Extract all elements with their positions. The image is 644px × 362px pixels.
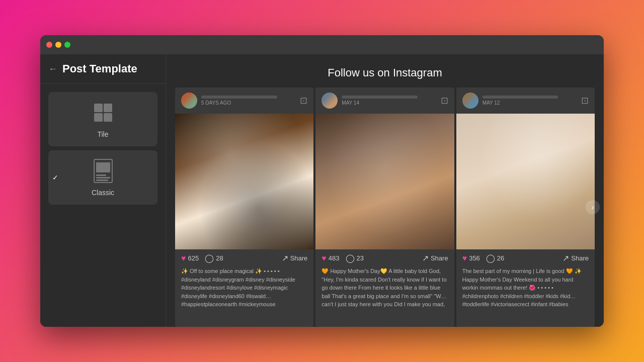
svg-rect-8	[96, 179, 108, 181]
heart-icon-1[interactable]: ♥	[181, 254, 186, 263]
tile-icon	[91, 100, 116, 125]
next-arrow[interactable]: ›	[586, 200, 600, 214]
close-button[interactable]	[46, 42, 52, 48]
comment-icon-1[interactable]: ◯	[205, 253, 214, 263]
svg-rect-3	[104, 113, 112, 122]
comments-group-2: ◯ 23	[346, 253, 364, 263]
back-button[interactable]: ←	[48, 64, 57, 74]
comments-group-3: ◯ 26	[486, 253, 504, 263]
instagram-icon-2: ⊡	[441, 95, 448, 106]
post-meta-3: MAY 12	[482, 96, 577, 106]
svg-rect-2	[94, 113, 103, 122]
post-caption-1: ✨ Off to some place magical ✨ • • • • • …	[175, 267, 313, 327]
svg-rect-1	[104, 104, 112, 112]
likes-count-3: 356	[469, 254, 480, 262]
comments-count-2: 23	[357, 254, 364, 262]
post-actions-1: ♥ 625 ◯ 28 ↗ Share	[175, 249, 313, 267]
svg-rect-7	[96, 177, 110, 178]
instagram-icon-3: ⊡	[581, 95, 589, 106]
traffic-lights	[46, 42, 70, 48]
share-label-3[interactable]: Share	[571, 254, 589, 262]
share-icon-1[interactable]: ↗	[282, 253, 288, 263]
post-header-2: MAY 14 ⊡	[315, 87, 454, 114]
likes-group-2: ♥ 483	[321, 254, 339, 263]
post-image-3	[456, 114, 595, 249]
share-label-2[interactable]: Share	[431, 254, 448, 262]
sidebar-options: Tile Classic	[40, 84, 166, 213]
share-icon-3[interactable]: ↗	[562, 253, 569, 263]
comments-count-3: 26	[497, 254, 504, 262]
share-label-1[interactable]: Share	[290, 254, 308, 262]
comment-icon-2[interactable]: ◯	[346, 253, 355, 263]
main-content: Follow us on Instagram 5 DAYS AGO ⊡	[166, 54, 604, 327]
avatar-3	[462, 93, 478, 109]
svg-rect-5	[96, 162, 110, 172]
template-option-classic[interactable]: Classic	[48, 150, 157, 205]
heart-icon-3[interactable]: ♥	[462, 254, 467, 263]
sidebar: ← Post Template Tile	[40, 54, 166, 327]
app-window: ← Post Template Tile	[40, 35, 604, 327]
post-date-2: MAY 14	[342, 100, 436, 106]
avatar-1	[181, 93, 197, 109]
sidebar-header: ← Post Template	[40, 54, 166, 84]
classic-icon	[91, 158, 116, 184]
share-group-3: ↗ Share	[562, 253, 589, 263]
comments-group-1: ◯ 28	[205, 253, 223, 263]
likes-count-2: 483	[329, 254, 340, 262]
username-bar-3	[482, 96, 558, 99]
post-actions-3: ♥ 356 ◯ 26 ↗ Share	[456, 249, 595, 267]
template-option-tile[interactable]: Tile	[48, 92, 157, 146]
svg-rect-0	[94, 104, 103, 112]
username-bar-2	[342, 96, 418, 99]
post-actions-2: ♥ 483 ◯ 23 ↗ Share	[315, 249, 454, 267]
post-meta-2: MAY 14	[342, 96, 436, 106]
post-date-3: MAY 12	[482, 100, 577, 106]
post-caption-2: 🧡 Happy Mother's Day💛 A little baby told…	[315, 267, 454, 327]
instagram-icon-1: ⊡	[300, 95, 307, 106]
share-group-1: ↗ Share	[282, 253, 308, 263]
window-body: ← Post Template Tile	[40, 54, 604, 327]
likes-group-1: ♥ 625	[181, 254, 199, 263]
share-icon-2[interactable]: ↗	[422, 253, 429, 263]
classic-label: Classic	[92, 189, 114, 197]
maximize-button[interactable]	[64, 42, 70, 48]
comment-icon-3[interactable]: ◯	[486, 253, 495, 263]
post-card-2: MAY 14 ⊡ ♥ 483 ◯ 23	[315, 87, 454, 327]
sidebar-title: Post Template	[62, 62, 137, 75]
comments-count-1: 28	[216, 254, 223, 262]
post-meta-1: 5 DAYS AGO	[201, 96, 296, 106]
svg-rect-6	[96, 174, 106, 176]
post-header-3: MAY 12 ⊡	[456, 87, 595, 114]
minimize-button[interactable]	[55, 42, 61, 48]
heart-icon-2[interactable]: ♥	[321, 254, 327, 263]
post-card-3: MAY 12 ⊡ ♥ 356 ◯ 26	[456, 87, 595, 327]
likes-group-3: ♥ 356	[462, 254, 480, 263]
username-bar-1	[201, 96, 277, 99]
avatar-2	[321, 93, 338, 109]
posts-container: 5 DAYS AGO ⊡ ♥ 625 ◯ 28	[166, 87, 604, 327]
likes-count-1: 625	[188, 254, 199, 262]
post-caption-3: The best part of my morning | Life is go…	[456, 267, 595, 327]
post-image-1	[175, 114, 313, 249]
feed-title: Follow us on Instagram	[166, 54, 604, 87]
titlebar	[40, 35, 604, 54]
post-card-1: 5 DAYS AGO ⊡ ♥ 625 ◯ 28	[175, 87, 313, 327]
post-header-1: 5 DAYS AGO ⊡	[175, 87, 313, 114]
post-image-2	[315, 114, 454, 249]
post-date-1: 5 DAYS AGO	[201, 100, 296, 106]
share-group-2: ↗ Share	[422, 253, 448, 263]
tile-label: Tile	[97, 130, 108, 138]
